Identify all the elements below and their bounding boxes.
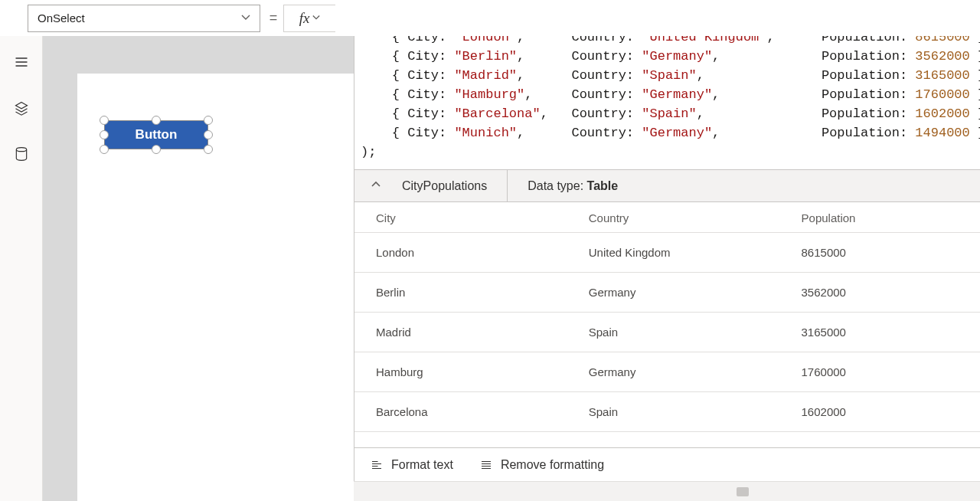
selected-control[interactable]: Button: [98, 114, 214, 156]
resize-handle-nw[interactable]: [100, 116, 109, 125]
datatype-value: Table: [587, 179, 619, 192]
table-header: Country: [567, 202, 780, 233]
layers-icon[interactable]: [12, 99, 31, 117]
hamburger-icon[interactable]: [12, 53, 31, 71]
left-rail: [0, 36, 43, 501]
table-row[interactable]: HamburgGermany1760000: [354, 352, 980, 392]
table-header: Population: [780, 202, 980, 233]
resize-handle-w[interactable]: [100, 130, 109, 139]
format-text-label: Format text: [391, 458, 453, 472]
format-text-icon: [370, 458, 384, 472]
datatype-label: Data type:: [528, 179, 583, 192]
table-cell: London: [354, 233, 567, 273]
resize-handle-e[interactable]: [204, 130, 213, 139]
table-cell: Germany: [567, 273, 780, 313]
table-cell: Barcelona: [354, 392, 567, 432]
formula-panel: ClearCollect( CityPopulations, { City: "…: [354, 0, 980, 481]
result-table-scroller[interactable]: CityCountryPopulation LondonUnited Kingd…: [354, 202, 980, 447]
canvas-area[interactable]: Button: [77, 36, 354, 501]
table-cell: Spain: [567, 313, 780, 352]
collection-name: CityPopulations: [402, 179, 487, 193]
chevron-up-icon[interactable]: [371, 180, 381, 192]
remove-formatting-button[interactable]: Remove formatting: [479, 458, 604, 472]
remove-formatting-label: Remove formatting: [501, 458, 604, 472]
equals-label: =: [265, 10, 282, 26]
table-row[interactable]: BerlinGermany3562000: [354, 273, 980, 313]
table-cell: 3165000: [780, 313, 980, 352]
table-header-row: CityCountryPopulation: [354, 202, 980, 233]
table-cell: Hamburg: [354, 352, 567, 392]
resize-handle-n[interactable]: [152, 116, 161, 125]
table-cell: Germany: [567, 352, 780, 392]
chevron-down-icon: [312, 14, 320, 23]
canvas-button-label: Button: [136, 127, 178, 142]
table-cell: 1602000: [780, 392, 980, 432]
property-selector[interactable]: OnSelect: [28, 5, 260, 32]
remove-formatting-icon: [479, 458, 493, 472]
resize-handle-sw[interactable]: [100, 145, 109, 154]
canvas-gutter: [43, 36, 77, 501]
table-row[interactable]: LondonUnited Kingdom8615000: [354, 233, 980, 273]
fx-dropdown[interactable]: fx: [283, 5, 335, 32]
fx-label: fx: [299, 10, 310, 27]
table-body: LondonUnited Kingdom8615000BerlinGermany…: [354, 233, 980, 432]
table-cell: 1760000: [780, 352, 980, 392]
resize-handle-se[interactable]: [204, 145, 213, 154]
table-cell: United Kingdom: [567, 233, 780, 273]
format-text-button[interactable]: Format text: [370, 458, 453, 472]
table-cell: Spain: [567, 392, 780, 432]
database-icon[interactable]: [12, 145, 31, 163]
divider: [507, 170, 508, 201]
table-row[interactable]: MadridSpain3165000: [354, 313, 980, 352]
result-meta-bar: CityPopulations Data type: Table: [354, 169, 980, 202]
svg-point-0: [16, 148, 26, 152]
chevron-down-icon: [241, 11, 250, 25]
resize-handle-ne[interactable]: [204, 116, 213, 125]
result-table: CityCountryPopulation LondonUnited Kingd…: [354, 202, 980, 432]
table-cell: Madrid: [354, 313, 567, 352]
table-header: City: [354, 202, 567, 233]
formula-bar: OnSelect = fx: [0, 0, 980, 36]
table-cell: Berlin: [354, 273, 567, 313]
property-selector-value: OnSelect: [38, 11, 85, 25]
resize-handle-s[interactable]: [152, 145, 161, 154]
horizontal-scrollbar[interactable]: [354, 481, 980, 501]
table-cell: 3562000: [780, 273, 980, 313]
table-row[interactable]: BarcelonaSpain1602000: [354, 392, 980, 432]
formula-footer: Format text Remove formatting: [354, 447, 980, 481]
table-cell: 8615000: [780, 233, 980, 273]
